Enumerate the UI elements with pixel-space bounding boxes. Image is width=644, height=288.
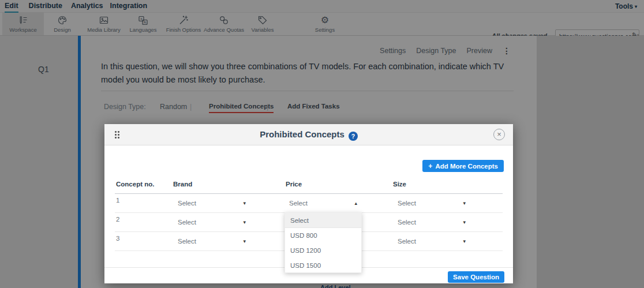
col-header-size: Size: [393, 181, 406, 188]
size-select-row1[interactable]: Select▾: [393, 194, 469, 213]
chevron-up-icon: ▴: [354, 194, 357, 213]
save-question-button[interactable]: Save Question: [448, 271, 504, 283]
col-header-concept-no: Concept no.: [116, 181, 154, 188]
dropdown-option-select[interactable]: Select: [285, 213, 361, 228]
table-header-row: Concept no. Brand Price Size: [115, 181, 503, 194]
price-dropdown-menu: Select USD 800 USD 1200 USD 1500: [284, 212, 362, 273]
chevron-down-icon: ▾: [243, 194, 246, 213]
price-select-row1[interactable]: Select▴: [284, 194, 361, 213]
plus-icon: +: [428, 162, 432, 170]
concept-number: 2: [116, 216, 119, 223]
drag-handle-icon[interactable]: [115, 131, 120, 139]
dropdown-option-usd-1500[interactable]: USD 1500: [285, 258, 361, 273]
table-row: 1 Select▾ Select▴ Select▾: [115, 194, 503, 213]
help-icon[interactable]: ?: [349, 132, 358, 141]
brand-select-row2[interactable]: Select▾: [173, 213, 249, 232]
concept-number: 3: [116, 235, 119, 242]
dropdown-option-usd-1200[interactable]: USD 1200: [285, 243, 361, 258]
chevron-down-icon: ▾: [243, 213, 246, 232]
close-icon[interactable]: ×: [493, 129, 505, 140]
chevron-down-icon: ▾: [463, 213, 466, 232]
chevron-down-icon: ▾: [243, 232, 246, 251]
add-more-concepts-button[interactable]: +Add More Concepts: [422, 160, 504, 172]
modal-header: Prohibited Concepts? ×: [104, 124, 513, 145]
chevron-down-icon: ▾: [463, 232, 466, 251]
concept-number: 1: [116, 197, 119, 204]
col-header-brand: Brand: [173, 181, 192, 188]
brand-select-row3[interactable]: Select▾: [173, 232, 249, 251]
chevron-down-icon: ▾: [463, 194, 466, 213]
brand-select-row1[interactable]: Select▾: [173, 194, 249, 213]
dropdown-option-usd-800[interactable]: USD 800: [285, 228, 361, 243]
col-header-price: Price: [286, 181, 302, 188]
modal-title: Prohibited Concepts?: [104, 124, 513, 145]
size-select-row3[interactable]: Select▾: [393, 232, 469, 251]
size-select-row2[interactable]: Select▾: [393, 213, 469, 232]
prohibited-concepts-modal: Prohibited Concepts? × +Add More Concept…: [104, 124, 513, 283]
